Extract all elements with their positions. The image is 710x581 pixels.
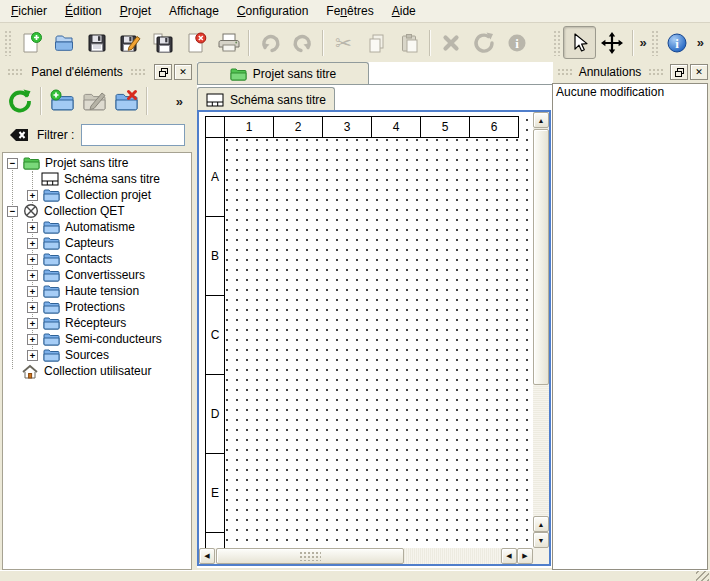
toolbar-drag-handle[interactable]: [553, 30, 560, 56]
tree-item-projet-sans-titre[interactable]: − Projet sans titre: [3, 155, 191, 171]
toolbar-overflow-button[interactable]: »: [637, 35, 650, 50]
tree-item-sources[interactable]: + Sources: [3, 347, 191, 363]
tab-schema-sans-titre[interactable]: Schéma sans titre: [197, 87, 335, 111]
column-header: 3: [322, 116, 372, 138]
toolbar-drag-handle[interactable]: [651, 30, 658, 56]
delete-category-button[interactable]: [110, 85, 142, 117]
expand-icon[interactable]: +: [27, 334, 38, 345]
float-panel-button[interactable]: [154, 64, 172, 80]
rotate-icon: [472, 31, 496, 55]
close-file-button[interactable]: [179, 26, 212, 59]
save-all-button[interactable]: [146, 26, 179, 59]
blue-folder-icon: [43, 332, 60, 346]
horizontal-scrollbar[interactable]: ◀ ◀ ▶: [199, 548, 533, 564]
blue-folder-icon: [43, 316, 60, 330]
tree-item-label: Collection utilisateur: [44, 364, 151, 378]
undo-empty-message: Aucune modification: [556, 85, 704, 99]
undo-panel-titlebar[interactable]: Annulations ✕: [552, 63, 708, 81]
paste-button[interactable]: [393, 26, 426, 59]
menu-aide[interactable]: Aide: [383, 1, 425, 21]
tree-item-collection-utilisateur[interactable]: Collection utilisateur: [3, 363, 191, 379]
project-workspace: Projet sans titre Schéma sans titre 1 2 …: [197, 62, 553, 568]
menu-configuration[interactable]: Configuration: [228, 1, 317, 21]
undo-history-list[interactable]: Aucune modification: [552, 83, 708, 570]
scroll-left-button[interactable]: ◀: [501, 548, 517, 564]
redo-button[interactable]: [286, 26, 319, 59]
menu-edition[interactable]: Édition: [56, 1, 111, 21]
cut-button[interactable]: ✂: [327, 26, 360, 59]
clear-filter-icon[interactable]: [8, 127, 30, 143]
tree-item-collection-qet[interactable]: − Collection QET: [3, 203, 191, 219]
elements-panel-title: Panel d'éléments: [29, 65, 125, 79]
toolbar-drag-handle[interactable]: [4, 30, 11, 56]
diagram-view[interactable]: 1 2 3 4 5 6 A B C D E ▲ ▲ ▼: [197, 110, 551, 566]
menu-affichage[interactable]: Affichage: [160, 1, 228, 21]
panel-toolbar-overflow-button[interactable]: »: [173, 94, 186, 109]
filter-row: Filtrer :: [2, 121, 192, 149]
scroll-down-button[interactable]: ▼: [533, 532, 549, 548]
blue-folder-icon: [43, 284, 60, 298]
blue-folder-icon: [43, 252, 60, 266]
move-tool-button[interactable]: [596, 26, 629, 59]
dock-grip-texture: [557, 68, 572, 76]
filter-input[interactable]: [81, 124, 185, 146]
scroll-left-button[interactable]: ◀: [199, 548, 215, 564]
new-category-button[interactable]: [46, 85, 78, 117]
vertical-scrollbar[interactable]: ▲ ▲ ▼: [533, 112, 549, 548]
save-button[interactable]: [80, 26, 113, 59]
menu-fichier[interactable]: Fichier: [2, 1, 56, 21]
edit-category-button[interactable]: [78, 85, 110, 117]
tab-projet-sans-titre[interactable]: Projet sans titre: [197, 62, 369, 84]
horizontal-scrollbar-thumb[interactable]: [216, 548, 404, 564]
vertical-scrollbar-thumb[interactable]: [533, 129, 549, 385]
element-info-button[interactable]: i: [500, 26, 533, 59]
project-tabbar: Projet sans titre: [197, 62, 553, 85]
folder-new-icon: [49, 88, 75, 114]
collapse-icon[interactable]: −: [7, 158, 18, 169]
menu-fenetres[interactable]: Fenêtres: [317, 1, 382, 21]
close-panel-button[interactable]: ✕: [690, 64, 708, 80]
schema-tabbar: Schéma sans titre: [197, 85, 553, 111]
info-blue-icon: i: [665, 31, 689, 55]
tree-item-label: Sources: [65, 348, 109, 362]
elements-panel-titlebar[interactable]: Panel d'éléments ✕: [2, 63, 192, 81]
tree-item-label: Capteurs: [65, 236, 114, 250]
tree-item-label: Convertisseurs: [65, 268, 145, 282]
selection-tool-button[interactable]: [563, 26, 596, 59]
thumb-grip: [299, 551, 321, 561]
expand-icon[interactable]: +: [27, 318, 38, 329]
blue-folder-icon: [43, 188, 60, 202]
scroll-up-button[interactable]: ▲: [533, 112, 549, 128]
open-button[interactable]: [47, 26, 80, 59]
scroll-up-button[interactable]: ▲: [533, 516, 549, 532]
float-panel-button[interactable]: [670, 64, 688, 80]
scrollbar-corner: [533, 548, 549, 564]
reload-collections-button[interactable]: [4, 85, 36, 117]
schema-tab-label: Schéma sans titre: [230, 93, 326, 107]
expand-icon[interactable]: +: [27, 238, 38, 249]
print-button[interactable]: [212, 26, 245, 59]
delete-button[interactable]: [434, 26, 467, 59]
expand-icon[interactable]: +: [27, 222, 38, 233]
save-as-button[interactable]: [113, 26, 146, 59]
close-panel-button[interactable]: ✕: [174, 64, 192, 80]
menu-projet[interactable]: Projet: [111, 1, 160, 21]
expand-icon[interactable]: +: [27, 350, 38, 361]
toolbar-overflow-button[interactable]: »: [694, 35, 707, 50]
restore-window-icon: [159, 68, 168, 77]
resize-grip-icon[interactable]: [696, 571, 709, 581]
undo-button[interactable]: [253, 26, 286, 59]
collapse-icon[interactable]: −: [7, 206, 18, 217]
new-project-button[interactable]: [14, 26, 47, 59]
about-info-button[interactable]: i: [661, 26, 694, 59]
rotate-button[interactable]: [467, 26, 500, 59]
expand-icon[interactable]: +: [27, 286, 38, 297]
diagram-canvas[interactable]: 1 2 3 4 5 6 A B C D E: [199, 112, 533, 548]
expand-icon[interactable]: +: [27, 190, 38, 201]
expand-icon[interactable]: +: [27, 270, 38, 281]
expand-icon[interactable]: +: [27, 254, 38, 265]
copy-button[interactable]: [360, 26, 393, 59]
tree-item-label: Contacts: [65, 252, 112, 266]
scroll-right-button[interactable]: ▶: [517, 548, 533, 564]
expand-icon[interactable]: +: [27, 302, 38, 313]
